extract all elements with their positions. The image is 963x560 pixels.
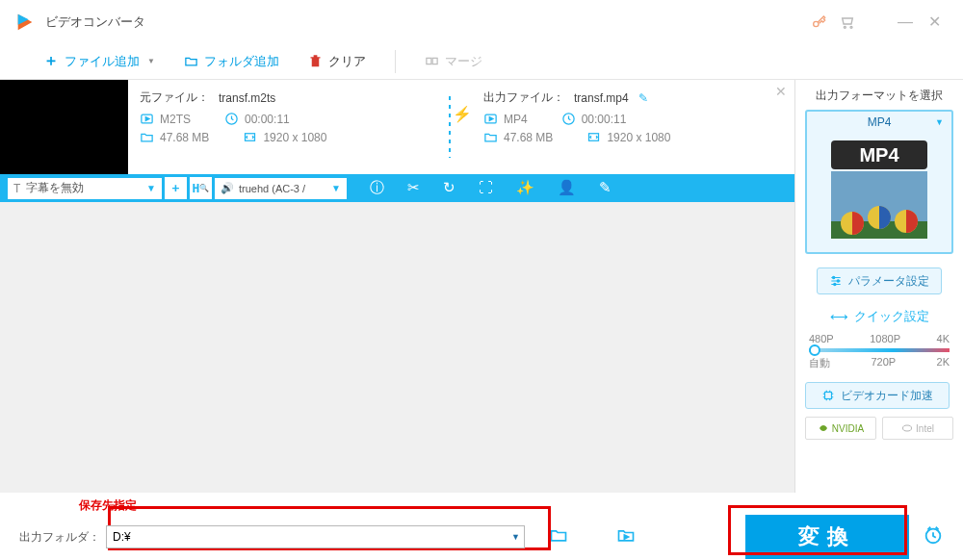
- container-icon: [140, 112, 154, 126]
- subtitle-select[interactable]: T 字幕を無効 ▼: [8, 178, 162, 199]
- chevron-down-icon[interactable]: ▼: [147, 57, 155, 65]
- svg-point-22: [837, 280, 839, 282]
- output-folder-select[interactable]: D:¥ ▼: [106, 525, 525, 548]
- clock-icon: [224, 112, 239, 126]
- rotate-icon[interactable]: ↻: [443, 179, 455, 197]
- output-duration: 00:00:11: [582, 113, 627, 126]
- audio-select[interactable]: 🔊 truehd (AC-3 / ▼: [215, 178, 347, 199]
- subtitle-edit-icon[interactable]: ✎: [599, 179, 612, 197]
- video-thumbnail[interactable]: [0, 80, 128, 174]
- format-badge-text: MP4: [859, 144, 899, 165]
- source-file-name: transf.m2ts: [219, 91, 275, 105]
- source-dimensions: 1920 x 1080: [263, 131, 326, 144]
- chevron-down-icon: ▼: [935, 117, 944, 127]
- folder-size-icon: [140, 130, 154, 144]
- format-selector[interactable]: MP4▼ MP4: [805, 110, 953, 254]
- container-icon: [483, 112, 498, 126]
- quick-settings-title: ⟷クイック設定: [805, 308, 953, 325]
- workspace-area: [0, 202, 794, 493]
- add-file-label: ファイル追加: [65, 53, 140, 70]
- dimensions-icon: [586, 130, 601, 144]
- app-logo-icon: [14, 12, 36, 33]
- nvidia-chip[interactable]: NVIDIA: [805, 417, 876, 440]
- svg-marker-26: [624, 535, 628, 539]
- source-duration: 00:00:11: [245, 113, 290, 126]
- app-title: ビデオコンバータ: [45, 13, 804, 31]
- clear-label: クリア: [328, 53, 366, 70]
- chevron-down-icon: ▼: [511, 532, 520, 542]
- close-button[interactable]: ✕: [920, 8, 949, 37]
- svg-rect-5: [427, 58, 431, 64]
- source-container: M2TS: [160, 113, 191, 126]
- svg-point-25: [903, 425, 912, 431]
- params-label: パラメータ設定: [848, 273, 929, 290]
- cart-icon[interactable]: [833, 8, 862, 37]
- svg-marker-12: [489, 117, 493, 121]
- gpu-accel-label: ビデオカード加速: [841, 388, 933, 404]
- output-format-title: 出力フォーマットを選択: [805, 88, 953, 104]
- svg-point-3: [844, 26, 846, 28]
- add-subtitle-button[interactable]: +: [165, 177, 187, 199]
- cut-icon[interactable]: ✂: [407, 179, 420, 197]
- output-folder-label: 出力フォルダ：: [19, 529, 100, 546]
- minimize-button[interactable]: —: [891, 8, 920, 37]
- svg-rect-6: [432, 58, 437, 64]
- tick-2k: 2K: [937, 356, 950, 370]
- key-icon[interactable]: [804, 8, 833, 37]
- output-file-label: 出力ファイル：: [483, 89, 564, 106]
- svg-marker-8: [145, 117, 149, 121]
- schedule-button[interactable]: [923, 524, 944, 550]
- output-size: 47.68 MB: [504, 131, 553, 144]
- merge-icon: [425, 54, 439, 68]
- format-name: MP4: [868, 115, 892, 129]
- search-subtitle-button[interactable]: H🔍: [190, 177, 212, 199]
- open-folder-button[interactable]: [544, 525, 573, 549]
- tick-480p: 480P: [809, 333, 834, 344]
- add-file-button[interactable]: ＋ ファイル追加 ▼: [43, 51, 155, 71]
- params-button[interactable]: パラメータ設定: [817, 267, 942, 294]
- chevron-down-icon: ▼: [331, 183, 341, 193]
- output-dimensions: 1920 x 1080: [607, 131, 670, 144]
- convert-button[interactable]: 変換: [745, 515, 909, 559]
- clear-button[interactable]: クリア: [308, 53, 366, 70]
- merge-label: マージ: [445, 53, 482, 70]
- dimensions-icon: [243, 130, 257, 144]
- folder-icon: [184, 54, 198, 68]
- subtitle-value: 字幕を無効: [26, 180, 84, 196]
- tick-720p: 720P: [871, 356, 896, 370]
- resolution-slider[interactable]: [809, 348, 950, 352]
- separator: [395, 50, 396, 73]
- gpu-accel-button[interactable]: ビデオカード加速: [805, 382, 950, 409]
- crop-icon[interactable]: ⛶: [479, 179, 493, 197]
- clock-icon: [561, 112, 576, 126]
- svg-point-4: [850, 26, 852, 28]
- source-file-label: 元ファイル：: [140, 89, 209, 106]
- trash-icon: [308, 54, 323, 68]
- remove-item-button[interactable]: ✕: [775, 84, 787, 99]
- tick-1080p: 1080P: [870, 333, 900, 344]
- svg-point-21: [833, 276, 835, 278]
- save-hint-label: 保存先指定: [79, 497, 137, 514]
- merge-button[interactable]: マージ: [425, 53, 482, 70]
- chevron-down-icon: ▼: [146, 183, 156, 193]
- tick-4k: 4K: [937, 333, 950, 344]
- output-file-name: transf.mp4: [574, 91, 629, 105]
- media-folder-button[interactable]: [612, 525, 640, 549]
- edit-name-button[interactable]: ✎: [638, 91, 648, 105]
- format-preview-image: MP4: [825, 137, 933, 244]
- svg-point-2: [814, 21, 819, 26]
- file-item: ✕ 元ファイル：transf.m2ts M2TS 00:00:11 47.68 …: [0, 80, 794, 174]
- effects-icon[interactable]: ✨: [516, 179, 534, 197]
- add-folder-button[interactable]: フォルダ追加: [184, 53, 279, 70]
- watermark-icon[interactable]: 👤: [558, 179, 576, 197]
- output-container: MP4: [504, 113, 528, 126]
- intel-chip[interactable]: Intel: [882, 417, 953, 440]
- add-folder-label: フォルダ追加: [204, 53, 279, 70]
- chip-icon: [821, 389, 835, 402]
- info-icon[interactable]: ⓘ: [370, 179, 384, 197]
- output-folder-value: D:¥: [113, 530, 131, 544]
- bolt-icon: ⚡: [453, 105, 472, 168]
- slider-thumb[interactable]: [809, 344, 820, 356]
- folder-size-icon: [483, 130, 498, 144]
- nvidia-icon: [818, 422, 829, 434]
